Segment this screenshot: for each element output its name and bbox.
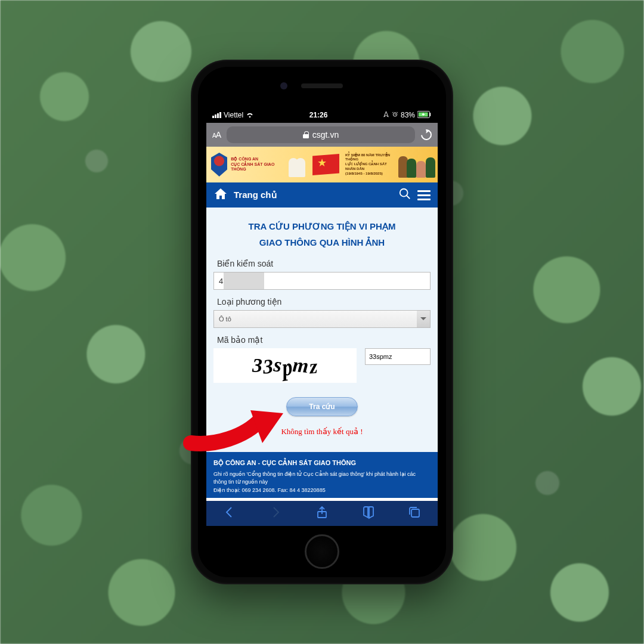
web-page: BỘ CÔNG AN CỤC CẢNH SÁT GIAO THÔNG KỶ NI… bbox=[206, 147, 438, 498]
phone-camera bbox=[280, 82, 287, 89]
captcha-label: Mã bảo mật bbox=[217, 335, 427, 345]
search-icon[interactable] bbox=[398, 187, 411, 203]
signal-icon bbox=[212, 112, 221, 118]
site-footer: BỘ CÔNG AN - CỤC CẢNH SÁT GIAO THÔNG Ghi… bbox=[206, 452, 438, 498]
share-button[interactable] bbox=[315, 505, 329, 522]
site-nav: Trang chủ bbox=[206, 182, 438, 208]
location-icon bbox=[383, 111, 389, 119]
lock-icon bbox=[303, 131, 309, 138]
captcha-image: 33spmz bbox=[213, 348, 357, 383]
hamburger-menu-icon[interactable] bbox=[417, 190, 431, 200]
banner-promo-text: KỶ NIỆM 80 NĂM TRUYỀN THỐNG LỰC LƯỢNG CẢ… bbox=[345, 153, 395, 177]
reload-button[interactable] bbox=[419, 127, 434, 142]
chevron-down-icon bbox=[417, 311, 430, 327]
captcha-input[interactable] bbox=[365, 348, 431, 365]
text-size-button[interactable]: AA bbox=[212, 130, 221, 140]
carrier-label: Viettel bbox=[224, 111, 243, 119]
wifi-icon bbox=[246, 111, 254, 120]
battery-label: 83% bbox=[401, 111, 415, 119]
redaction-mask bbox=[224, 273, 264, 289]
vehicle-type-label: Loại phương tiện bbox=[217, 297, 427, 306]
banner-title: BỘ CÔNG AN CỤC CẢNH SÁT GIAO THÔNG bbox=[231, 157, 279, 172]
flag-icon bbox=[312, 154, 339, 175]
bookmarks-button[interactable] bbox=[361, 505, 376, 522]
vehicle-type-value: Ô tô bbox=[219, 315, 231, 323]
footer-attribution: Ghi rõ nguồn 'Cổng thông tin điện tử Cục… bbox=[213, 470, 431, 487]
browser-back-button[interactable] bbox=[222, 505, 237, 522]
url-field[interactable]: csgt.vn bbox=[227, 126, 415, 143]
site-banner: BỘ CÔNG AN CỤC CẢNH SÁT GIAO THÔNG KỶ NI… bbox=[206, 147, 438, 182]
phone-screen: Viettel 21:26 83% bbox=[206, 107, 438, 526]
browser-forward-button[interactable] bbox=[268, 505, 283, 522]
home-icon[interactable] bbox=[213, 187, 228, 203]
browser-address-bar: AA csgt.vn bbox=[206, 123, 438, 147]
footer-contact: Điện thoại: 069 234 2608. Fax: 84 4 3822… bbox=[213, 487, 431, 495]
search-submit-button[interactable]: Tra cứu bbox=[286, 397, 358, 416]
tabs-button[interactable] bbox=[407, 505, 422, 522]
svg-rect-2 bbox=[429, 113, 431, 116]
police-emblem-icon bbox=[211, 153, 227, 177]
svg-rect-6 bbox=[411, 509, 419, 517]
battery-icon bbox=[417, 111, 432, 120]
browser-toolbar bbox=[206, 501, 438, 526]
url-text: csgt.vn bbox=[312, 130, 339, 140]
no-result-message: Không tìm thấy kết quả ! bbox=[213, 427, 431, 436]
nav-home-label[interactable]: Trang chủ bbox=[234, 190, 277, 200]
phone-frame: Viettel 21:26 83% bbox=[191, 60, 453, 584]
banner-figure-icon bbox=[287, 151, 306, 178]
alarm-icon bbox=[392, 111, 398, 119]
svg-point-4 bbox=[400, 189, 408, 197]
lookup-form: TRA CỨU PHƯƠNG TIỆN VI PHẠM GIAO THÔNG Q… bbox=[206, 208, 438, 452]
banner-group-icon bbox=[398, 151, 433, 178]
page-heading: TRA CỨU PHƯƠNG TIỆN VI PHẠM GIAO THÔNG Q… bbox=[213, 218, 431, 250]
status-bar: Viettel 21:26 83% bbox=[206, 107, 438, 123]
phone-home-button[interactable] bbox=[305, 534, 339, 569]
phone-speaker bbox=[301, 83, 343, 88]
footer-title: BỘ CÔNG AN - CỤC CẢNH SÁT GIAO THÔNG bbox=[213, 458, 431, 468]
vehicle-type-select[interactable]: Ô tô bbox=[213, 310, 431, 328]
clock: 21:26 bbox=[309, 111, 328, 119]
plate-label: Biển kiểm soát bbox=[217, 259, 427, 268]
